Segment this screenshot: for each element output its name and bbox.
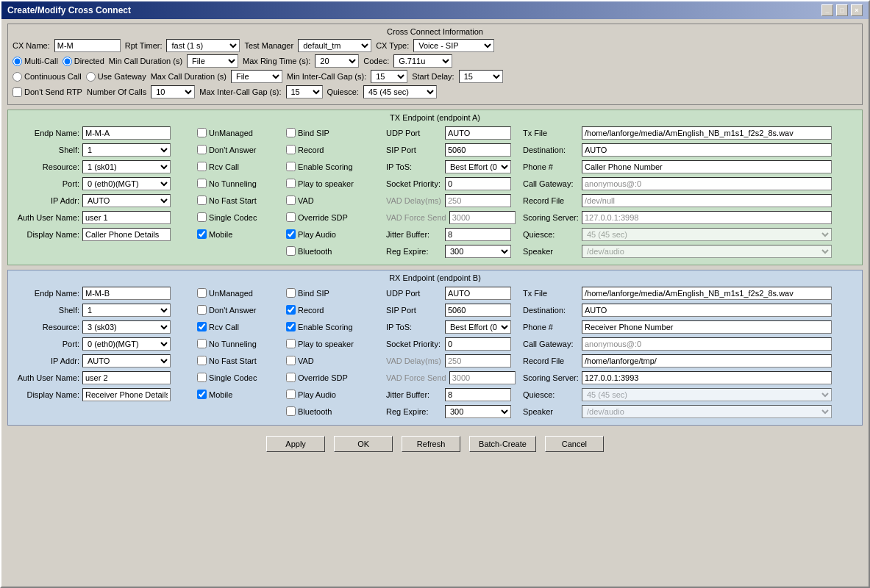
rx-single-codec-checkbox[interactable]: [197, 373, 207, 382]
rx-reg-expire-select[interactable]: 300: [445, 405, 511, 418]
rx-enable-scoring-checkbox[interactable]: [286, 322, 296, 331]
minimize-button[interactable]: _: [821, 4, 833, 16]
rx-port-select[interactable]: 0 (eth0)(MGT): [82, 337, 171, 351]
maximize-button[interactable]: □: [836, 4, 848, 16]
close-button[interactable]: ×: [851, 4, 863, 16]
tx-tx-file-input[interactable]: [582, 126, 832, 140]
rx-shelf-select[interactable]: 1: [82, 304, 171, 317]
rx-ip-addr-select[interactable]: AUTO: [82, 354, 171, 368]
cx-type-select[interactable]: Voice - SIP: [413, 39, 494, 52]
tx-vad-checkbox[interactable]: [286, 196, 296, 205]
tx-override-sdp-checkbox[interactable]: [286, 212, 296, 222]
batch-create-button[interactable]: Batch-Create: [469, 436, 536, 452]
rx-bluetooth-checkbox[interactable]: [286, 406, 296, 416]
rx-scoring-server-input[interactable]: [582, 371, 832, 384]
tx-ip-addr-select[interactable]: AUTO: [82, 194, 171, 207]
tx-endp-name-input[interactable]: [82, 126, 171, 140]
tx-auth-user-input[interactable]: [82, 211, 171, 224]
rx-udp-port-input[interactable]: [445, 287, 511, 300]
rx-endp-name-label: Endp Name:: [13, 289, 82, 298]
max-call-dur-select[interactable]: File: [231, 70, 282, 83]
tx-bluetooth-checkbox[interactable]: [286, 246, 296, 256]
min-call-dur-select[interactable]: File: [187, 54, 238, 68]
dont-send-rtp-checkbox[interactable]: [13, 87, 22, 97]
tx-enable-scoring-checkbox[interactable]: [286, 162, 296, 171]
rx-unmanaged-checkbox[interactable]: [197, 288, 207, 298]
tx-destination-input[interactable]: [582, 143, 832, 157]
test-manager-select[interactable]: default_tm: [298, 39, 371, 52]
tx-record-checkbox[interactable]: [286, 145, 296, 154]
quiesce-select[interactable]: 45 (45 sec): [363, 85, 437, 98]
tx-scoring-server-input[interactable]: [582, 211, 832, 224]
tx-single-codec-checkbox[interactable]: [197, 212, 207, 222]
tx-reg-expire-select[interactable]: 300: [445, 245, 511, 258]
start-delay-select[interactable]: 15: [459, 70, 503, 83]
tx-tx-file-label: Tx File: [523, 129, 582, 137]
rx-override-sdp-checkbox[interactable]: [286, 373, 296, 382]
tx-port-select[interactable]: 0 (eth0)(MGT): [82, 177, 171, 190]
tx-sip-port-input[interactable]: [445, 143, 511, 157]
rx-play-audio-checkbox[interactable]: [286, 390, 296, 399]
apply-button[interactable]: Apply: [266, 436, 325, 452]
use-gateway-radio[interactable]: [86, 72, 96, 82]
tx-unmanaged-checkbox[interactable]: [197, 128, 207, 137]
cancel-button[interactable]: Cancel: [545, 436, 604, 452]
tx-display-name-input[interactable]: [82, 228, 171, 241]
tx-rcv-call-checkbox[interactable]: [197, 162, 207, 171]
tx-play-to-speaker-checkbox[interactable]: [286, 179, 296, 188]
tx-record-label: Record: [298, 146, 324, 154]
tx-no-tunneling-checkbox[interactable]: [197, 179, 207, 188]
min-inter-call-select[interactable]: 15: [371, 70, 407, 83]
ok-button[interactable]: OK: [334, 436, 393, 452]
tx-call-gateway-input[interactable]: [582, 177, 832, 190]
rx-no-tunneling-checkbox[interactable]: [197, 339, 207, 348]
max-inter-call-select[interactable]: 15: [286, 85, 323, 98]
rx-play-to-speaker-checkbox[interactable]: [286, 339, 296, 348]
rx-destination-input[interactable]: [582, 304, 832, 317]
tx-phone-num-input[interactable]: [582, 160, 832, 173]
tx-dont-answer-checkbox[interactable]: [197, 145, 207, 154]
rx-record-checkbox[interactable]: [286, 305, 296, 315]
rx-tx-file-label: Tx File: [523, 289, 582, 298]
tx-socket-priority-input[interactable]: [445, 177, 511, 190]
tx-shelf-select[interactable]: 1: [82, 143, 171, 157]
rx-jitter-buffer-input[interactable]: [445, 388, 511, 401]
rx-phone-num-input[interactable]: [582, 320, 832, 334]
tx-iptos-select[interactable]: Best Effort (0): [445, 160, 511, 173]
rx-vad-checkbox[interactable]: [286, 356, 296, 365]
tx-play-audio-checkbox[interactable]: [286, 229, 296, 239]
rx-tx-file-input[interactable]: [582, 287, 832, 300]
rx-no-fast-start-checkbox[interactable]: [197, 356, 207, 365]
rx-mobile-checkbox[interactable]: [197, 390, 207, 399]
rx-endp-name-input[interactable]: [82, 287, 171, 300]
rx-record-file-input[interactable]: [582, 354, 832, 368]
multi-call-radio[interactable]: [13, 57, 22, 66]
tx-resource-select[interactable]: 1 (sk01): [82, 160, 171, 173]
rx-socket-priority-input[interactable]: [445, 337, 511, 351]
tx-record-file-input[interactable]: [582, 194, 832, 207]
tx-iptos-label: IP ToS:: [386, 162, 445, 171]
rx-resource-select[interactable]: 3 (sk03): [82, 320, 171, 334]
rpt-timer-label: Rpt Timer:: [125, 41, 163, 50]
tx-jitter-buffer-input[interactable]: [445, 228, 511, 241]
tx-udp-port-input[interactable]: [445, 126, 511, 140]
rx-bind-sip-checkbox[interactable]: [286, 288, 296, 298]
tx-no-fast-start-checkbox[interactable]: [197, 196, 207, 205]
directed-radio[interactable]: [63, 57, 72, 66]
max-ring-time-select[interactable]: 20: [315, 54, 359, 68]
refresh-button[interactable]: Refresh: [402, 436, 460, 452]
codec-select[interactable]: G.711u: [393, 54, 452, 68]
num-calls-select[interactable]: 10: [151, 85, 195, 98]
tx-bind-sip-checkbox[interactable]: [286, 128, 296, 137]
rx-display-name-input[interactable]: [82, 388, 171, 401]
rx-iptos-select[interactable]: Best Effort (0): [445, 320, 511, 334]
rx-rcv-call-checkbox[interactable]: [197, 322, 207, 331]
rx-auth-user-input[interactable]: [82, 371, 171, 384]
rx-dont-answer-checkbox[interactable]: [197, 305, 207, 315]
continuous-call-radio[interactable]: [13, 72, 22, 82]
rpt-timer-select[interactable]: fast (1 s): [166, 39, 240, 52]
cx-name-input[interactable]: [54, 39, 121, 52]
tx-mobile-checkbox[interactable]: [197, 229, 207, 239]
rx-call-gateway-input[interactable]: [582, 337, 832, 351]
rx-sip-port-input[interactable]: [445, 304, 511, 317]
